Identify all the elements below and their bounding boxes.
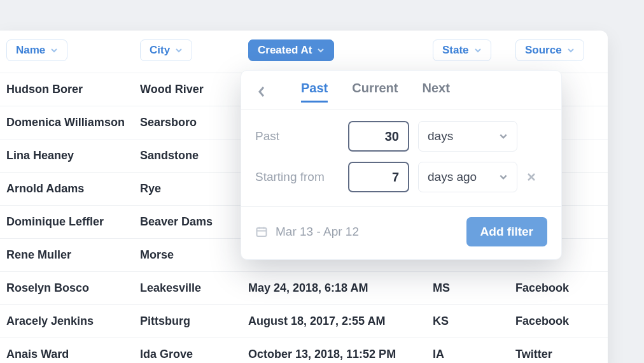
column-city-filter[interactable]: City (140, 39, 192, 61)
cell-name: Hudson Borer (6, 83, 140, 96)
tab-past[interactable]: Past (301, 81, 328, 103)
starting-from-unit-value: days ago (428, 170, 477, 184)
cell-name: Anais Ward (6, 348, 140, 361)
table-row[interactable]: Anais WardIda GroveOctober 13, 2018, 11:… (0, 338, 608, 363)
column-created-at-label: Created At (258, 44, 312, 57)
cell-source: Facebook (515, 315, 601, 328)
popover-footer: Mar 13 - Apr 12 Add filter (241, 206, 561, 259)
column-name-filter[interactable]: Name (6, 39, 67, 61)
cell-state: KS (433, 315, 515, 328)
starting-from-unit-select[interactable]: days ago (418, 162, 517, 192)
cell-city: Sandstone (140, 149, 248, 162)
tab-next[interactable]: Next (422, 81, 449, 103)
date-range-text: Mar 13 - Apr 12 (276, 225, 359, 239)
cell-date: October 13, 2018, 11:52 PM (248, 348, 433, 361)
past-duration-row: Past days (255, 121, 547, 152)
cell-city: Leakesville (140, 281, 248, 295)
past-unit-value: days (428, 129, 453, 143)
cell-name: Roselyn Bosco (6, 281, 140, 295)
cell-date: May 24, 2018, 6:18 AM (248, 281, 433, 295)
cell-name: Domenica Williamson (6, 116, 140, 129)
cell-state: IA (433, 348, 515, 361)
starting-from-value-input[interactable] (348, 162, 409, 192)
chevron-down-icon (317, 46, 325, 54)
cell-city: Searsboro (140, 116, 248, 129)
svg-rect-0 (257, 228, 267, 236)
column-state-label: State (442, 44, 469, 57)
past-unit-select[interactable]: days (418, 121, 517, 152)
table-row[interactable]: Roselyn BoscoLeakesvilleMay 24, 2018, 6:… (0, 272, 608, 305)
column-source-label: Source (525, 44, 562, 57)
chevron-down-icon (567, 46, 575, 54)
starting-from-row: Starting from days ago (255, 162, 547, 192)
add-filter-button[interactable]: Add filter (466, 217, 547, 246)
date-filter-popover: Past Current Next Past days Starting fro… (241, 70, 562, 260)
column-city-label: City (150, 44, 170, 57)
cell-name: Dominique Leffler (6, 215, 140, 229)
cell-state: MS (433, 281, 515, 295)
popover-body: Past days Starting from days ago (241, 110, 561, 206)
chevron-down-icon (50, 46, 58, 54)
past-value-input[interactable] (348, 121, 409, 152)
cell-city: Rye (140, 182, 248, 196)
cell-city: Pittsburg (140, 315, 248, 328)
column-source-filter[interactable]: Source (515, 39, 584, 61)
popover-tabs: Past Current Next (241, 71, 561, 110)
back-button[interactable] (253, 83, 270, 101)
column-name-label: Name (16, 44, 45, 57)
past-label: Past (255, 129, 339, 143)
cell-name: Arnold Adams (6, 182, 140, 196)
chevron-left-icon (257, 85, 266, 98)
calendar-icon (255, 225, 268, 238)
chevron-down-icon (499, 173, 508, 182)
table-header: Name City Created At (0, 31, 608, 73)
column-state-filter[interactable]: State (433, 39, 491, 61)
cell-name: Rene Muller (6, 248, 140, 262)
cell-date: August 18, 2017, 2:55 AM (248, 315, 433, 328)
cell-source: Twitter (515, 348, 601, 361)
cell-city: Morse (140, 248, 248, 262)
clear-starting-from-button[interactable] (526, 172, 544, 182)
cell-source: Facebook (515, 281, 601, 295)
chevron-down-icon (499, 132, 508, 141)
cell-city: Beaver Dams (140, 215, 248, 229)
cell-city: Wood River (140, 83, 248, 96)
chevron-down-icon (175, 46, 183, 54)
cell-name: Lina Heaney (6, 149, 140, 162)
column-created-at-filter[interactable]: Created At (248, 39, 334, 61)
starting-from-label: Starting from (255, 170, 339, 184)
table-row[interactable]: Aracely JenkinsPittsburgAugust 18, 2017,… (0, 305, 608, 338)
chevron-down-icon (474, 46, 482, 54)
tab-current[interactable]: Current (352, 81, 398, 103)
cell-name: Aracely Jenkins (6, 315, 140, 328)
cell-city: Ida Grove (140, 348, 248, 361)
close-icon (526, 172, 536, 182)
date-range-preview: Mar 13 - Apr 12 (255, 225, 359, 239)
